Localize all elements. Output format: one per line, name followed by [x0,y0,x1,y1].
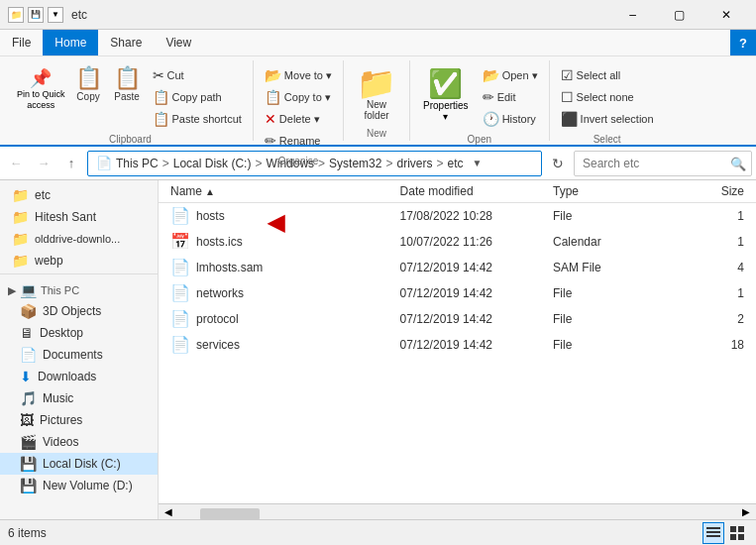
paste-button[interactable]: 📋 Paste [109,64,146,106]
copy-to-button[interactable]: 📋 Copy to ▾ [260,86,337,108]
edit-button[interactable]: ✏ Edit [478,86,543,108]
maximize-button[interactable]: ▢ [657,1,702,29]
address-bar: ← → ↑ 📄 This PC > Local Disk (C:) > Wind… [0,147,756,180]
copy-button[interactable]: 📋 Copy [70,64,107,106]
new-folder-button[interactable]: 📁 Newfolder [350,64,403,124]
list-view-button[interactable] [702,522,724,544]
delete-icon: ✕ [265,111,276,127]
close-button[interactable]: ✕ [703,1,748,29]
sidebar-item-downloads[interactable]: ⬇ Downloads [0,366,158,387]
table-row[interactable]: 📄 hosts 17/08/2022 10:28 File 1 [159,203,756,229]
delete-button[interactable]: ✕ Delete ▾ [260,108,337,130]
select-none-label: Select none [577,91,634,103]
hscroll-left-btn[interactable]: ◀ [159,504,178,520]
col-name[interactable]: Name ▲ [170,184,400,198]
search-wrapper: 🔍 [574,151,752,176]
copy-path-icon: 📋 [153,89,169,105]
status-bar: 6 items [0,519,756,545]
col-size[interactable]: Size [668,184,744,198]
properties-button[interactable]: ✅ Properties▾ [416,64,476,125]
file-type-networks: File [553,286,668,300]
folder-icon-etc: 📁 [12,187,29,203]
table-row[interactable]: 📄 protocol 07/12/2019 14:42 File 2 [159,306,756,332]
refresh-button[interactable]: ↻ [546,152,570,175]
table-row[interactable]: 📅 hosts.ics 10/07/2022 11:26 Calendar 1 [159,229,756,255]
address-dropdown-button[interactable]: ▼ [468,152,487,175]
move-to-button[interactable]: 📂 Move to ▾ [260,64,337,86]
sidebar-item-desktop[interactable]: 🖥 Desktop [0,322,158,344]
select-items: ☑ Select all ☐ Select none ⬛ Invert sele… [556,60,659,130]
col-date-modified[interactable]: Date modified [400,184,553,198]
sidebar-item-webp[interactable]: 📁 webp [0,250,158,272]
tab-home[interactable]: Home [43,30,98,55]
copy-path-button[interactable]: 📋 Copy path [148,86,247,108]
ribbon-content: 📌 Pin to Quickaccess 📋 Copy 📋 Paste ✂ [0,55,756,145]
help-button[interactable]: ? [730,30,756,55]
cut-button[interactable]: ✂ Cut [148,64,247,86]
sidebar-item-olddrive[interactable]: 📁 olddrive-downlo... [0,228,158,250]
sidebar-label-desktop: Desktop [40,326,83,340]
open-label: Open ▾ [502,69,538,82]
invert-selection-icon: ⬛ [561,111,578,127]
rename-button[interactable]: ✏ Rename [260,130,337,152]
back-button[interactable]: ← [4,152,28,175]
folder-icon-olddrive: 📁 [12,231,29,247]
tab-file[interactable]: File [0,30,43,55]
file-size-protocol: 2 [668,312,744,326]
sidebar-item-pictures[interactable]: 🖼 Pictures [0,409,158,431]
sidebar-label-downloads: Downloads [38,370,96,383]
main-area: 📁 etc 📁 Hitesh Sant 📁 olddrive-downlo...… [0,180,756,519]
paste-label: Paste [114,91,140,103]
file-label-hostsics: hosts.ics [196,235,243,249]
sidebar-section-thispc[interactable]: ▶ 💻 This PC [0,276,158,300]
sidebar-item-documents[interactable]: 📄 Documents [0,344,158,366]
sidebar-item-hitesh[interactable]: 📁 Hitesh Sant [0,206,158,228]
col-type[interactable]: Type [553,184,668,198]
thispc-label: This PC [41,284,79,296]
sidebar-item-videos[interactable]: 🎬 Videos [0,431,158,453]
pin-to-quick-access-button[interactable]: 📌 Pin to Quickaccess [14,64,68,114]
up-button[interactable]: ↑ [59,152,83,175]
sidebar-item-newvolume[interactable]: 💾 New Volume (D:) [0,475,158,496]
detail-view-button[interactable] [726,522,748,544]
sidebar-item-localdisk[interactable]: 💾 Local Disk (C:) [0,453,158,475]
title-bar-controls: – ▢ ✕ [610,1,748,29]
minimize-button[interactable]: – [610,1,655,29]
table-row[interactable]: 📄 services 07/12/2019 14:42 File 18 [159,332,756,358]
forward-button[interactable]: → [32,152,55,175]
tab-view[interactable]: View [154,30,203,55]
title-bar: 📁 💾 ▼ etc – ▢ ✕ [0,0,756,30]
title-bar-icons: 📁 💾 ▼ [8,7,63,23]
file-icon-services: 📄 [170,335,190,354]
tab-share[interactable]: Share [98,30,154,55]
col-date-label: Date modified [400,184,474,198]
open-items: ✅ Properties▾ 📂 Open ▾ ✏ Edit 🕐 Hi [416,60,543,130]
invert-selection-button[interactable]: ⬛ Invert selection [556,108,659,130]
hscroll-thumb[interactable] [200,508,260,520]
sidebar-item-3dobjects[interactable]: 📦 3D Objects [0,300,158,322]
sidebar-label-etc: etc [35,188,51,202]
file-date-services: 07/12/2019 14:42 [400,338,553,352]
select-none-button[interactable]: ☐ Select none [556,86,659,108]
select-all-button[interactable]: ☑ Select all [556,64,659,86]
clipboard-items: 📌 Pin to Quickaccess 📋 Copy 📋 Paste ✂ [14,60,247,130]
sidebar-item-music[interactable]: 🎵 Music [0,387,158,409]
new-folder-label: Newfolder [365,99,389,121]
documents-icon: 📄 [20,347,37,363]
sort-arrow: ▲ [205,186,215,197]
paste-shortcut-button[interactable]: 📋 Paste shortcut [148,108,247,130]
ribbon-tabs: File Home Share View ? [0,30,756,55]
hscroll-right-btn[interactable]: ▶ [736,504,756,520]
move-to-icon: 📂 [265,67,281,83]
file-size-services: 18 [668,338,744,352]
history-button[interactable]: 🕐 History [478,108,543,130]
select-none-icon: ☐ [561,89,574,105]
detail-view-icon [730,526,744,540]
table-row[interactable]: 📄 networks 07/12/2019 14:42 File 1 [159,280,756,306]
open-button[interactable]: 📂 Open ▾ [478,64,543,86]
sidebar-item-etc[interactable]: 📁 etc [0,184,158,206]
localdisk-icon: 💾 [20,456,37,472]
new-label: New [367,124,386,139]
search-input[interactable] [574,151,752,176]
table-row[interactable]: 📄 lmhosts.sam 07/12/2019 14:42 SAM File … [159,255,756,280]
